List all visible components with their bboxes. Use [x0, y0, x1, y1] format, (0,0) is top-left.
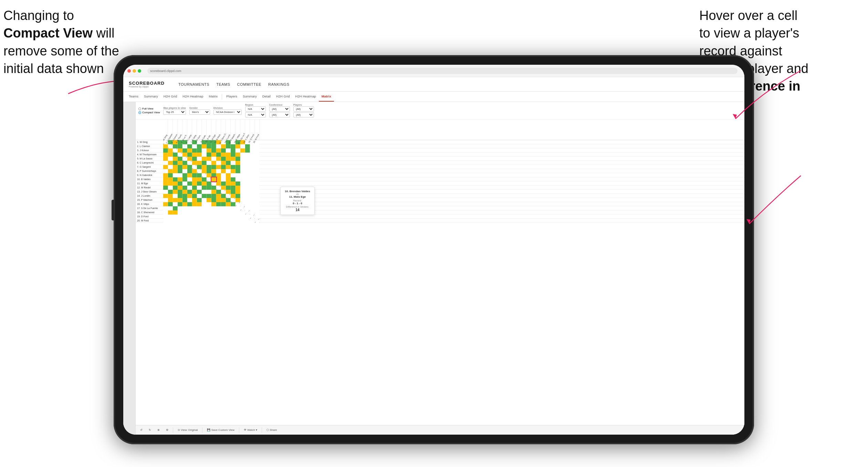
cell-19-19[interactable] [250, 215, 255, 219]
cell-6-14[interactable] [226, 161, 231, 165]
cell-16-19[interactable] [250, 202, 255, 206]
cell-17-20[interactable] [255, 206, 260, 210]
region-select2[interactable]: N/A [245, 112, 266, 117]
cell-9-20[interactable] [255, 173, 260, 177]
cell-2-17[interactable] [240, 144, 245, 148]
cell-18-17[interactable] [240, 210, 245, 215]
cell-14-8[interactable] [197, 194, 202, 198]
cell-16-8[interactable] [197, 202, 202, 206]
cell-11-20[interactable] [255, 181, 260, 186]
cell-13-4[interactable] [178, 190, 182, 194]
tab-matrix-right[interactable]: Matrix [319, 92, 334, 102]
cell-17-8[interactable] [197, 206, 202, 210]
cell-7-16[interactable] [236, 165, 240, 169]
cell-4-11[interactable] [211, 153, 216, 157]
cell-12-9[interactable] [202, 186, 207, 190]
cell-20-12[interactable] [216, 219, 221, 223]
cell-17-12[interactable] [216, 206, 221, 210]
cell-2-6[interactable] [187, 144, 192, 148]
gender-select[interactable]: Men's [189, 110, 210, 115]
settings-button[interactable]: ⚙ [164, 428, 170, 432]
cell-6-11[interactable] [211, 161, 216, 165]
cell-10-14[interactable] [226, 177, 231, 181]
cell-5-19[interactable] [250, 157, 255, 161]
cell-11-9[interactable] [202, 181, 207, 186]
cell-5-12[interactable] [216, 157, 221, 161]
cell-10-3[interactable] [173, 177, 178, 181]
cell-4-13[interactable] [221, 153, 226, 157]
cell-16-12[interactable] [216, 202, 221, 206]
cell-17-16[interactable] [236, 206, 240, 210]
cell-7-10[interactable] [207, 165, 211, 169]
cell-19-1[interactable] [163, 215, 168, 219]
cell-9-16[interactable] [236, 173, 240, 177]
cell-19-16[interactable] [236, 215, 240, 219]
cell-8-6[interactable] [187, 169, 192, 173]
cell-14-16[interactable] [236, 194, 240, 198]
cell-7-8[interactable] [197, 165, 202, 169]
cell-18-8[interactable] [197, 210, 202, 215]
cell-12-18[interactable] [245, 186, 250, 190]
cell-15-18[interactable] [245, 198, 250, 202]
zoom-button[interactable]: ⊕ [156, 428, 161, 432]
cell-12-4[interactable] [178, 186, 182, 190]
cell-10-19[interactable] [250, 177, 255, 181]
cell-2-19[interactable] [250, 144, 255, 148]
cell-18-5[interactable] [182, 210, 187, 215]
cell-11-10[interactable] [207, 181, 211, 186]
cell-16-1[interactable] [163, 202, 168, 206]
cell-19-2[interactable] [168, 215, 173, 219]
cell-17-19[interactable] [250, 206, 255, 210]
tab-h2h-grid-right[interactable]: H2H Grid [273, 92, 293, 102]
cell-11-4[interactable] [178, 181, 182, 186]
cell-15-1[interactable] [163, 198, 168, 202]
nav-teams[interactable]: TEAMS [216, 82, 230, 86]
cell-17-17[interactable] [240, 206, 245, 210]
cell-5-16[interactable] [236, 157, 240, 161]
cell-2-20[interactable] [255, 144, 260, 148]
cell-20-6[interactable] [187, 219, 192, 223]
cell-3-6[interactable] [187, 148, 192, 153]
cell-6-10[interactable] [207, 161, 211, 165]
cell-10-11[interactable] [211, 177, 216, 181]
cell-4-14[interactable] [226, 153, 231, 157]
full-view-radio[interactable] [138, 107, 141, 110]
cell-5-6[interactable] [187, 157, 192, 161]
cell-9-18[interactable] [245, 173, 250, 177]
cell-6-15[interactable] [231, 161, 236, 165]
cell-2-16[interactable] [236, 144, 240, 148]
cell-20-14[interactable] [226, 219, 231, 223]
tab-teams[interactable]: Teams [126, 92, 141, 102]
cell-6-9[interactable] [202, 161, 207, 165]
save-custom-button[interactable]: 💾 Save Custom View [205, 428, 236, 432]
cell-19-6[interactable] [187, 215, 192, 219]
cell-13-2[interactable] [168, 190, 173, 194]
cell-15-10[interactable] [207, 198, 211, 202]
cell-15-7[interactable] [192, 198, 197, 202]
cell-9-7[interactable] [192, 173, 197, 177]
cell-16-16[interactable] [236, 202, 240, 206]
cell-18-1[interactable] [163, 210, 168, 215]
cell-11-8[interactable] [197, 181, 202, 186]
tab-summary-right[interactable]: Summary [240, 92, 260, 102]
cell-8-12[interactable] [216, 169, 221, 173]
cell-15-17[interactable] [240, 198, 245, 202]
cell-12-14[interactable] [226, 186, 231, 190]
cell-7-6[interactable] [187, 165, 192, 169]
cell-6-4[interactable] [178, 161, 182, 165]
cell-13-19[interactable] [250, 190, 255, 194]
cell-12-13[interactable] [221, 186, 226, 190]
cell-16-15[interactable] [231, 202, 236, 206]
cell-9-6[interactable] [187, 173, 192, 177]
cell-9-10[interactable] [207, 173, 211, 177]
cell-16-18[interactable] [245, 202, 250, 206]
cell-2-10[interactable] [207, 144, 211, 148]
cell-9-12[interactable] [216, 173, 221, 177]
cell-13-10[interactable] [207, 190, 211, 194]
cell-13-7[interactable] [192, 190, 197, 194]
cell-2-5[interactable] [182, 144, 187, 148]
cell-10-10[interactable] [207, 177, 211, 181]
cell-5-2[interactable] [168, 157, 173, 161]
cell-2-1[interactable] [163, 144, 168, 148]
cell-11-2[interactable] [168, 181, 173, 186]
